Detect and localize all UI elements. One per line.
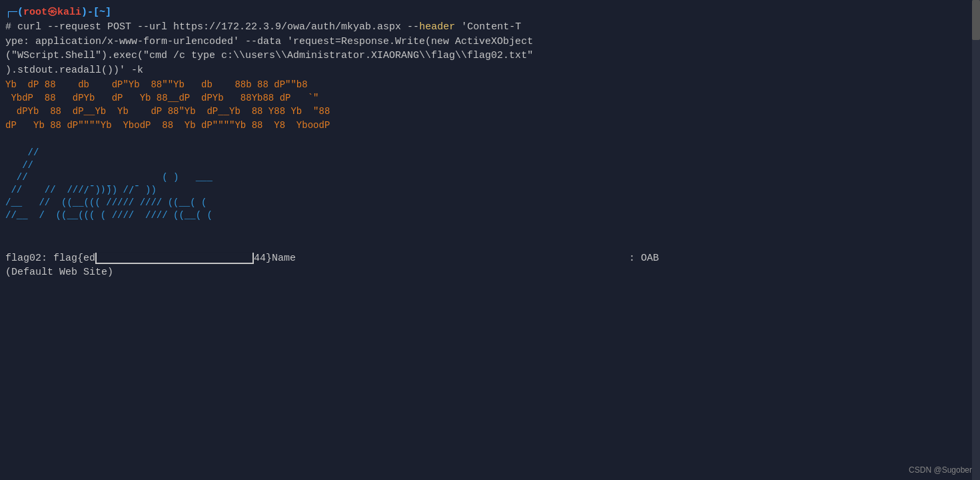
cmd-content-t: 'Content-T: [455, 21, 521, 33]
scrollbar[interactable]: [972, 0, 980, 480]
big-ascii-line-2: //: [5, 159, 980, 172]
command-line-1: # curl --request POST --url https://172.…: [5, 20, 980, 35]
command-line-4: ).stdout.readall())' -k: [5, 63, 980, 78]
kali-text: kali: [57, 7, 81, 18]
hash-symbol: #: [5, 21, 17, 33]
flag-redacted: ██████████████████████████: [95, 253, 254, 264]
big-ascii-line-4: // // ////̄̄ ))̄̄)) //̄̄ )): [5, 184, 980, 197]
flag-line: flag02: flag{ed█████████████████████████…: [5, 251, 980, 266]
watermark: CSDN @Sugober: [909, 465, 972, 475]
empty-line-3: [5, 237, 980, 251]
big-ascii-line-5: /__ // ((__((( ///// //// ((__( (: [5, 197, 980, 209]
prompt-line: ┌─(root㉿kali)-[~]: [5, 5, 980, 20]
ascii-art-line-3: dPYb 88 dP__Yb Yb dP 88"Yb dP__Yb 88 Y88…: [5, 105, 980, 118]
cmd-curl: curl --request POST --url https://172.22…: [17, 21, 419, 33]
flag-oab: : OAB: [629, 253, 659, 264]
at-sign: ㉿: [47, 7, 57, 18]
empty-line-1: [5, 132, 980, 147]
terminal-window: ┌─(root㉿kali)-[~] # curl --request POST …: [0, 0, 980, 480]
default-site-line: (Default Web Site): [5, 265, 980, 280]
bracket-dir: )-[: [81, 7, 99, 18]
cmd-header-keyword: header: [419, 21, 455, 33]
big-ascii-line-6: //__ / ((__((( ( //// //// ((__( (: [5, 209, 980, 222]
cmd-wscript: ("WScript.Shell").exec("cmd /c type c:\\…: [5, 50, 533, 61]
bracket-close: ]: [105, 7, 111, 18]
cmd-stdout: ).stdout.readall())' -k: [5, 65, 143, 76]
scrollbar-thumb[interactable]: [972, 0, 980, 40]
root-text: root: [23, 7, 47, 18]
big-ascii-line-3: // ( ) ___: [5, 171, 980, 184]
big-ascii-line-1: //: [5, 147, 980, 159]
flag-label: flag02: flag{ed: [5, 253, 95, 264]
ascii-art-line-4: dP Yb 88 dP""""Yb YbodP 88 Yb dP""""Yb 8…: [5, 119, 980, 132]
command-line-2: ype: application/x-www-form-urlencoded' …: [5, 35, 980, 49]
ascii-art-line-2: YbdP 88 dPYb dP Yb 88__dP dPYb 88Yb88 dP…: [5, 91, 980, 105]
command-line-3: ("WScript.Shell").exec("cmd /c type c:\\…: [5, 49, 980, 63]
flag-end: 44}Name: [254, 253, 296, 264]
ascii-art-line-1: Yb dP 88 db dP"Yb 88""Yb db 88b 88 dP""b…: [5, 78, 980, 91]
dir-text: ~: [99, 7, 105, 18]
cmd-type: ype: application/x-www-form-urlencoded' …: [5, 36, 533, 47]
bracket-open: ┌─(: [5, 7, 23, 18]
empty-line-2: [5, 222, 980, 237]
